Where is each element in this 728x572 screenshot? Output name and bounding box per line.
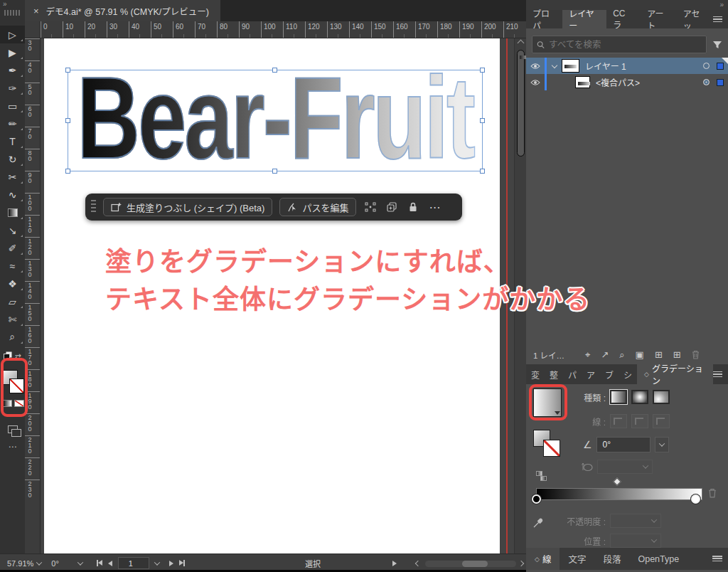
- previous-artboard-button[interactable]: [108, 561, 112, 566]
- vertical-scroll-thumb[interactable]: [517, 50, 525, 157]
- tab-close-icon[interactable]: ×: [33, 6, 39, 16]
- rotate-tool[interactable]: ↻: [0, 150, 25, 168]
- chevron-down-icon[interactable]: [36, 559, 42, 565]
- layer-row-compound-path[interactable]: <複合パス>: [526, 74, 728, 90]
- panel-tab[interactable]: プロパ: [526, 10, 562, 28]
- pen-tool[interactable]: ✒: [0, 61, 25, 79]
- direct-selection-tool[interactable]: ▶: [0, 43, 25, 61]
- panel-tab[interactable]: レイヤー: [562, 10, 606, 28]
- panel-tab-truncated[interactable]: 変: [526, 364, 545, 384]
- new-sublayer-icon[interactable]: ⊞: [655, 349, 663, 360]
- status-options-arrow[interactable]: [392, 561, 397, 566]
- tab-paragraph[interactable]: 段落: [594, 548, 629, 570]
- scroll-right-icon[interactable]: [518, 561, 524, 566]
- selection-bounding-box[interactable]: Bear-Fruit: [68, 70, 483, 171]
- gradient-tool[interactable]: ▦: [0, 203, 25, 221]
- selection-handle[interactable]: [65, 118, 70, 123]
- panel-tab-truncated[interactable]: ブ: [600, 364, 619, 384]
- panel-tab-truncated[interactable]: ア: [582, 364, 600, 384]
- tab-opentype[interactable]: OpenType: [629, 548, 687, 570]
- horizontal-scroll-thumb[interactable]: [462, 561, 488, 567]
- panel-tab[interactable]: CC ラ: [606, 10, 641, 28]
- panel-tab[interactable]: アート: [641, 10, 677, 28]
- panel-menu-icon[interactable]: [712, 556, 722, 562]
- artboard-number-field[interactable]: 1: [118, 557, 149, 569]
- scissors-tool[interactable]: ✂: [0, 168, 25, 186]
- more-options-icon[interactable]: ⋯: [427, 201, 441, 214]
- type-tool[interactable]: T: [0, 132, 25, 150]
- horizontal-scrollbar[interactable]: [425, 561, 516, 567]
- edit-path-button[interactable]: パスを編集: [279, 198, 356, 216]
- curvature-tool[interactable]: ✑: [0, 79, 25, 97]
- selection-handle[interactable]: [480, 68, 485, 73]
- layer-row-layer-1[interactable]: レイヤー 1: [526, 58, 728, 74]
- lock-icon[interactable]: [406, 202, 420, 212]
- chevron-down-icon[interactable]: [77, 559, 83, 565]
- filter-icon[interactable]: [712, 41, 722, 49]
- generative-fill-button[interactable]: 生成塗りつぶし (シェイプ) (Beta): [103, 198, 272, 216]
- radial-gradient-button[interactable]: [631, 390, 648, 404]
- search-icon[interactable]: ⌕: [619, 349, 624, 361]
- panel-menu-icon[interactable]: [713, 16, 722, 23]
- pencil-tool[interactable]: ✏: [0, 115, 25, 132]
- gradient-stop-black[interactable]: [532, 494, 541, 504]
- selection-tool[interactable]: ▷: [0, 26, 25, 43]
- tab-gradient[interactable]: ◇ グラデーション: [637, 364, 713, 384]
- artboard-tool[interactable]: ▱: [0, 292, 25, 310]
- dock-grip-handle[interactable]: [4, 10, 20, 16]
- panel-tab-truncated[interactable]: 整: [545, 364, 563, 384]
- tab-character[interactable]: 文字: [560, 548, 594, 570]
- object-thumbnail[interactable]: [575, 76, 590, 88]
- next-artboard-button[interactable]: [169, 561, 173, 566]
- dock-collapse-icon[interactable]: »: [3, 0, 7, 8]
- selection-handle[interactable]: [65, 169, 70, 174]
- target-circle-icon[interactable]: [703, 63, 710, 69]
- blend-tool[interactable]: ≈: [0, 257, 25, 275]
- angle-dropdown-button[interactable]: [655, 437, 669, 452]
- tab-stroke[interactable]: ◇ 線: [526, 548, 560, 570]
- zoom-level-control[interactable]: 57.91%: [7, 559, 41, 568]
- selection-handle[interactable]: [272, 169, 277, 174]
- reverse-gradient-icon[interactable]: [536, 471, 547, 481]
- layer-name[interactable]: レイヤー 1: [585, 60, 626, 72]
- scale-tool[interactable]: ↘: [0, 221, 25, 239]
- clipping-mask-icon[interactable]: ▣: [636, 349, 644, 360]
- selection-handle[interactable]: [65, 68, 70, 73]
- gradient-midpoint-marker[interactable]: [613, 477, 621, 485]
- gradient-angle-field[interactable]: 0°: [596, 437, 651, 452]
- selection-handle[interactable]: [480, 169, 485, 174]
- gradient-stop-white[interactable]: [691, 494, 700, 504]
- export-icon[interactable]: ↗: [601, 349, 609, 360]
- selection-color-square[interactable]: [717, 79, 724, 86]
- panel-tab-truncated[interactable]: シ: [619, 364, 637, 384]
- locate-object-icon[interactable]: ⌖: [585, 349, 590, 361]
- shaper-tool[interactable]: ∿: [0, 186, 25, 203]
- scroll-left-icon[interactable]: [415, 561, 421, 566]
- layer-thumbnail[interactable]: [562, 59, 579, 73]
- first-artboard-button[interactable]: [97, 560, 102, 566]
- gradient-text-object[interactable]: Bear-Fruit: [77, 61, 473, 175]
- selection-handle[interactable]: [480, 118, 485, 123]
- zoom-tool[interactable]: ⌕: [0, 328, 25, 346]
- last-artboard-button[interactable]: [179, 560, 185, 566]
- rectangle-tool[interactable]: ▭: [0, 97, 25, 115]
- panel-tab[interactable]: アセッ: [677, 10, 713, 28]
- layers-search-box[interactable]: [532, 36, 707, 53]
- panel-collapse-icon[interactable]: »: [719, 1, 724, 9]
- target-circle-selected-icon[interactable]: [703, 79, 710, 85]
- chevron-down-icon[interactable]: [154, 559, 160, 565]
- visibility-eye-icon[interactable]: [526, 63, 545, 70]
- group-objects-icon[interactable]: [363, 202, 378, 212]
- taskbar-grip-handle[interactable]: [91, 200, 96, 214]
- layers-search-input[interactable]: [549, 40, 702, 50]
- gradient-stroke-none-proxy[interactable]: [543, 440, 560, 457]
- slice-tool[interactable]: ✄: [0, 310, 25, 328]
- object-name[interactable]: <複合パス>: [596, 76, 640, 88]
- new-layer-icon[interactable]: ⊞: [673, 349, 681, 360]
- visibility-eye-icon[interactable]: [526, 79, 545, 86]
- eyedropper-tool[interactable]: ✐: [0, 239, 25, 257]
- linear-gradient-button[interactable]: [610, 390, 627, 404]
- rotation-control[interactable]: 0°: [51, 559, 82, 568]
- expand-chevron-icon[interactable]: [552, 62, 557, 68]
- symbol-sprayer-tool[interactable]: ❖: [0, 275, 25, 292]
